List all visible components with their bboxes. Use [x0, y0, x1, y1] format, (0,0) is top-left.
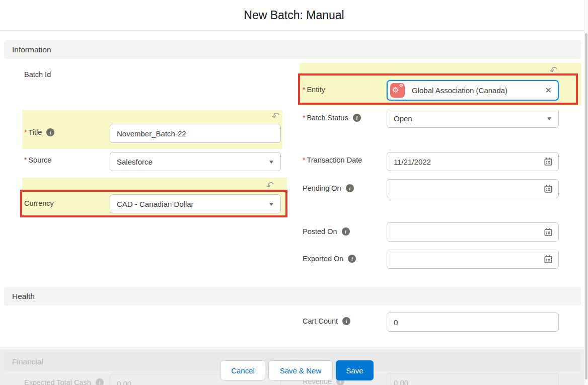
- source-label-row: * Source: [24, 155, 51, 165]
- title-input[interactable]: [110, 124, 281, 143]
- section-health: Health: [4, 287, 581, 305]
- chevron-down-icon: ▼: [268, 201, 274, 207]
- calendar-icon[interactable]: [544, 255, 552, 263]
- required-marker: *: [24, 128, 27, 136]
- clear-icon[interactable]: ✕: [541, 86, 552, 95]
- entity-object-icon: ⚙ ⚙: [390, 83, 405, 98]
- field-label: Batch Id: [24, 70, 51, 79]
- calendar-icon[interactable]: [544, 158, 552, 166]
- page-title: New Batch: Manual: [244, 9, 344, 22]
- info-icon[interactable]: i: [346, 184, 354, 192]
- batch-status-select[interactable]: Open ▼: [387, 109, 559, 128]
- cart-count-input[interactable]: [387, 313, 559, 332]
- field-label: Pending On: [303, 184, 341, 192]
- source-select[interactable]: Salesforce ▼: [110, 152, 281, 171]
- selected-value: Salesforce: [117, 158, 153, 166]
- expected-total-cash-label-row: Expected Total Cash i: [24, 377, 104, 385]
- required-marker: *: [303, 86, 305, 94]
- field-label: Currency: [24, 199, 54, 207]
- section-financial-label: Financial: [12, 357, 43, 366]
- modal-header: New Batch: Manual: [0, 0, 588, 31]
- field-label: Expected Total Cash: [24, 378, 91, 385]
- revenue-input[interactable]: [387, 373, 559, 385]
- transaction-date-input[interactable]: [387, 152, 559, 171]
- field-label: Batch Status: [307, 114, 348, 122]
- info-icon[interactable]: i: [96, 378, 104, 385]
- scrollbar-track[interactable]: [584, 0, 588, 385]
- info-icon[interactable]: i: [342, 317, 350, 325]
- required-marker: *: [24, 156, 27, 164]
- section-health-label: Health: [12, 292, 35, 301]
- section-information-label: Information: [12, 45, 51, 54]
- exported-on-input[interactable]: [387, 250, 559, 269]
- field-label: Cart Count: [303, 317, 338, 325]
- info-glyph: i: [50, 130, 51, 135]
- gear-icon: ⚙: [399, 84, 403, 88]
- posted-on-input[interactable]: [387, 222, 559, 242]
- info-icon[interactable]: i: [342, 227, 350, 236]
- info-glyph: i: [345, 229, 346, 235]
- batch-id-label-row: Batch Id: [24, 69, 51, 80]
- title-label-row: * Title i: [24, 127, 54, 137]
- save-button[interactable]: Save: [336, 360, 374, 380]
- field-label: Source: [28, 156, 51, 164]
- selected-value: Open: [394, 114, 412, 123]
- required-marker: *: [303, 156, 305, 164]
- calendar-icon[interactable]: [544, 185, 552, 193]
- chevron-down-icon: ▼: [268, 159, 274, 165]
- info-glyph: i: [346, 319, 347, 324]
- scrollbar-thumb[interactable]: [585, 33, 587, 379]
- info-glyph: i: [99, 380, 100, 385]
- field-label: Entity: [307, 86, 325, 94]
- required-marker: *: [303, 114, 305, 122]
- entity-lookup-pill[interactable]: ⚙ ⚙ Global Association (Canada) ✕: [387, 80, 559, 101]
- new-batch-modal: New Batch: Manual Information ↶ ↶ ↶ Batc…: [0, 0, 588, 385]
- field-label: Title: [28, 128, 42, 136]
- batch-status-label-row: * Batch Status i: [303, 113, 361, 123]
- currency-select[interactable]: CAD - Canadian Dollar ▼: [110, 194, 281, 213]
- section-information: Information: [4, 40, 581, 59]
- selected-value: CAD - Canadian Dollar: [117, 200, 194, 208]
- info-glyph: i: [351, 256, 353, 262]
- field-label: Exported On: [303, 255, 343, 263]
- gear-icon: ⚙: [392, 86, 399, 94]
- info-icon[interactable]: i: [353, 114, 361, 122]
- calendar-icon[interactable]: [544, 228, 552, 236]
- entity-value: Global Association (Canada): [412, 86, 507, 95]
- cart-count-label-row: Cart Count i: [303, 316, 350, 326]
- cancel-button[interactable]: Cancel: [220, 360, 265, 380]
- currency-label-row: Currency: [24, 198, 54, 208]
- info-glyph: i: [349, 186, 350, 191]
- chevron-down-icon: ▼: [546, 116, 552, 121]
- info-icon[interactable]: i: [46, 128, 54, 136]
- entity-label-row: * Entity: [303, 85, 325, 95]
- transaction-date-label-row: * Transaction Date: [303, 155, 362, 165]
- save-and-new-button[interactable]: Save & New: [268, 360, 333, 380]
- pending-on-input[interactable]: [387, 179, 559, 198]
- posted-on-label-row: Posted On i: [303, 226, 350, 237]
- info-glyph: i: [356, 115, 357, 121]
- field-label: Transaction Date: [307, 156, 362, 164]
- pending-on-label-row: Pending On i: [303, 183, 354, 193]
- info-icon[interactable]: i: [348, 255, 356, 263]
- exported-on-label-row: Exported On i: [303, 254, 356, 264]
- field-label: Posted On: [303, 227, 337, 236]
